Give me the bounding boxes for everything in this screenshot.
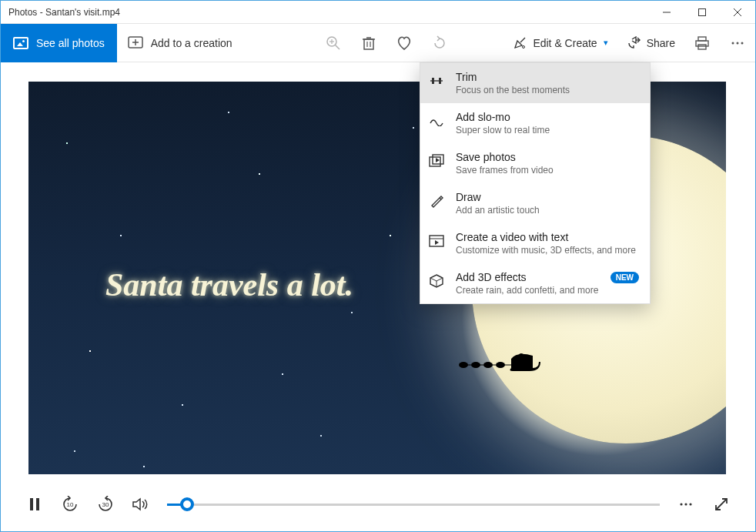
menu-title: Add slo-mo: [456, 111, 510, 123]
svg-point-22: [737, 42, 739, 44]
menu-item-draw[interactable]: Draw Add an artistic touch: [420, 183, 650, 223]
svg-line-8: [336, 45, 340, 49]
menu-item-trim[interactable]: Trim Focus on the best moments: [420, 63, 650, 103]
zoom-icon: [326, 35, 341, 51]
menu-item-video-text[interactable]: Create a video with text Customize with …: [420, 223, 650, 263]
fullscreen-icon: [714, 497, 728, 511]
zoom-button[interactable]: [316, 24, 351, 62]
titlebar: Photos - Santan's visit.mp4: [1, 1, 755, 24]
svg-point-21: [732, 42, 734, 44]
edit-create-menu: Trim Focus on the best moments Add slo-m…: [420, 62, 651, 304]
seek-track: [167, 504, 660, 506]
fullscreen-button[interactable]: [706, 489, 737, 520]
rotate-button[interactable]: [422, 24, 457, 62]
menu-subtitle: Super slow to real time: [456, 125, 639, 136]
menu-item-slomo[interactable]: Add slo-mo Super slow to real time: [420, 103, 650, 143]
menu-title: Add 3D effects: [456, 271, 527, 283]
svg-rect-36: [430, 157, 440, 166]
share-icon: [627, 36, 641, 50]
volume-button[interactable]: [125, 489, 156, 520]
svg-point-16: [523, 45, 525, 48]
svg-text:30: 30: [102, 501, 109, 508]
edit-create-icon: [513, 36, 527, 50]
ellipsis-icon: [731, 36, 744, 50]
content-area: Santa travels a lot. Trim Focus: [1, 62, 755, 479]
svg-rect-39: [430, 236, 443, 246]
play-pause-button[interactable]: [19, 489, 50, 520]
svg-rect-1: [699, 8, 706, 15]
menu-subtitle: Create rain, add confetti, and more: [456, 285, 639, 296]
video-text-icon: [428, 233, 445, 249]
playback-controls: 10 30: [1, 479, 755, 530]
trash-icon: [362, 35, 376, 51]
more-button[interactable]: [720, 24, 755, 62]
menu-title: Create a video with text: [456, 231, 568, 243]
favorite-button[interactable]: [386, 24, 422, 62]
svg-rect-18: [698, 37, 706, 41]
save-photos-icon: [428, 152, 445, 169]
see-all-photos-label: See all photos: [36, 37, 105, 49]
menu-item-save-photos[interactable]: Save photos Save frames from video: [420, 143, 650, 183]
svg-point-32: [519, 353, 524, 358]
svg-rect-46: [30, 498, 33, 510]
share-label: Share: [647, 37, 675, 49]
svg-rect-11: [364, 39, 373, 49]
menu-subtitle: Customize with music, 3D effects, and mo…: [456, 245, 639, 256]
svg-line-54: [716, 499, 727, 510]
svg-marker-41: [435, 240, 439, 245]
svg-point-23: [741, 42, 744, 44]
maximize-button[interactable]: [684, 1, 720, 24]
minimize-button[interactable]: [649, 1, 684, 24]
share-button[interactable]: Share: [617, 24, 684, 62]
heart-icon: [396, 35, 413, 51]
add-to-creation-label: Add to a creation: [151, 37, 232, 49]
svg-text:10: 10: [67, 501, 74, 508]
print-button[interactable]: [684, 24, 720, 62]
svg-rect-35: [439, 78, 441, 84]
sleigh-graphic: [456, 351, 548, 374]
edit-create-button[interactable]: Edit & Create ▾: [503, 24, 617, 62]
3d-effects-icon: [428, 273, 445, 289]
menu-title: Trim: [456, 71, 477, 83]
rewind-icon: 10: [61, 496, 79, 513]
rewind-button[interactable]: 10: [55, 489, 85, 520]
chevron-down-icon: ▾: [604, 38, 608, 48]
forward-icon: 30: [96, 496, 115, 513]
svg-line-43: [430, 278, 437, 281]
see-all-photos-button[interactable]: See all photos: [1, 24, 117, 62]
svg-point-53: [689, 503, 691, 505]
delete-button[interactable]: [351, 24, 386, 62]
draw-icon: [428, 192, 445, 209]
rotate-icon: [432, 35, 447, 51]
trim-icon: [428, 72, 445, 89]
add-to-creation-button[interactable]: Add to a creation: [117, 24, 243, 62]
menu-item-3d-effects[interactable]: Add 3D effects NEW Create rain, add conf…: [420, 263, 650, 303]
svg-rect-20: [698, 45, 706, 49]
playback-more-button[interactable]: [671, 489, 701, 520]
new-badge: NEW: [610, 272, 639, 283]
svg-rect-47: [36, 498, 39, 510]
svg-marker-38: [436, 158, 440, 162]
menu-subtitle: Focus on the best moments: [456, 85, 639, 95]
forward-button[interactable]: 30: [90, 489, 121, 520]
ellipsis-icon: [679, 497, 693, 511]
seek-slider[interactable]: [161, 504, 666, 506]
toolbar: See all photos Add to a creation: [1, 24, 755, 62]
menu-subtitle: Save frames from video: [456, 165, 639, 176]
menu-subtitle: Add an artistic touch: [456, 205, 639, 216]
add-creation-icon: [128, 36, 143, 50]
svg-rect-34: [432, 78, 434, 84]
svg-marker-50: [133, 499, 140, 510]
pause-icon: [29, 497, 40, 511]
video-caption: Santa travels a lot.: [105, 266, 353, 303]
slomo-icon: [428, 112, 445, 129]
window-title: Photos - Santan's visit.mp4: [8, 7, 649, 18]
seek-thumb[interactable]: [180, 497, 194, 511]
close-button[interactable]: [720, 1, 755, 24]
svg-point-51: [680, 503, 682, 505]
edit-create-label: Edit & Create: [533, 37, 597, 49]
svg-point-52: [684, 503, 687, 505]
menu-title: Draw: [456, 191, 481, 203]
photos-icon: [13, 37, 28, 49]
print-icon: [694, 36, 710, 50]
